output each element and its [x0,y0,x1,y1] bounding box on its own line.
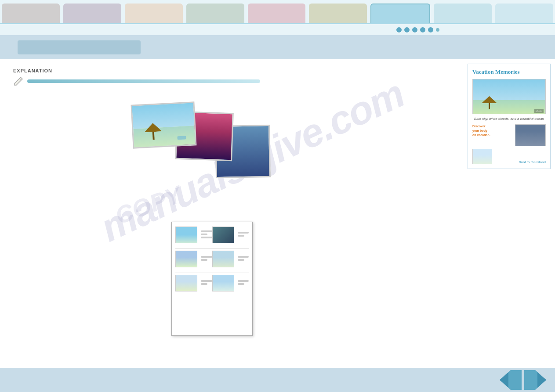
preview-boat-link[interactable]: Boat to the island [494,160,546,164]
preview-main-photo: photo [472,79,546,114]
doc-line-short [201,234,207,235]
dot-2[interactable] [404,27,410,32]
doc-line-short [238,259,244,261]
doc-row-1 [175,227,249,243]
beach-scene [132,103,196,147]
prev-arrow-icon [500,370,522,390]
photo-card-front [131,101,196,148]
tab-5[interactable] [248,4,306,23]
doc-lines-1 [201,230,212,240]
doc-thumb-3 [175,251,197,267]
nav-next-button[interactable] [524,370,546,390]
doc-line [201,256,212,258]
preview-title: Vacation Memories [472,68,546,76]
doc-lines-5 [201,280,212,286]
preview-card: Vacation Memories photo Blue sky, white … [468,64,551,169]
tab-6[interactable] [309,4,367,23]
explanation-line [27,79,260,83]
preview-boat-photo [515,124,546,146]
doc-line [201,230,212,232]
svg-marker-1 [500,372,508,388]
doc-thumb-4 [212,251,234,267]
tab-7-active[interactable] [370,4,430,23]
dot-5[interactable] [428,27,433,32]
footer [0,368,555,392]
dot-6[interactable] [436,28,439,32]
doc-lines-2 [238,232,249,238]
tab-9[interactable] [495,4,553,23]
left-content: EXPLANATION [0,59,463,368]
preview-bottom-row: Boat to the island [472,149,546,164]
doc-divider [175,248,249,249]
tab-bar [0,0,555,24]
dot-4[interactable] [420,27,425,32]
preview-main-caption: Blue sky, white clouds, and a beautiful … [472,117,546,121]
doc-line [238,256,249,258]
doc-lines-3 [201,256,212,262]
explanation-label: EXPLANATION [13,68,450,73]
doc-line [238,280,249,282]
doc-row-2 [175,251,249,267]
doc-divider-2 [175,273,249,273]
svg-marker-3 [537,372,546,388]
preview-section2: Discover your body on vacation. [472,124,546,146]
doc-lines-4 [238,256,249,262]
dot-3[interactable] [412,27,417,32]
dots-row [0,24,555,35]
doc-line-short [238,283,244,285]
doc-line [238,232,249,234]
doc-lines-6 [238,280,249,286]
preview-small-photo [472,149,492,164]
next-arrow-icon [524,370,546,390]
nav-prev-button[interactable] [500,370,522,390]
preview-text-block: Discover your body on vacation. [472,124,513,146]
doc-line-short [238,235,244,237]
doc-thumb-5 [175,275,197,291]
doc-line-short [201,283,207,285]
tab-2[interactable] [63,4,121,23]
right-panel: Vacation Memories photo Blue sky, white … [463,59,555,368]
tab-3[interactable] [125,4,183,23]
header-band [0,35,555,59]
explanation-bar [13,76,450,86]
header-content [18,40,141,54]
main-content: EXPLANATION [0,59,555,368]
doc-thumb-2 [212,227,234,243]
tab-8[interactable] [434,4,492,23]
doc-thumb-6 [212,275,234,291]
pencil-icon [13,76,24,86]
doc-line [201,237,212,238]
tab-4[interactable] [186,4,244,23]
doc-line-short [201,259,207,261]
dot-1[interactable] [396,27,402,32]
doc-line [201,280,212,282]
doc-row-3 [175,275,249,291]
tab-1[interactable] [2,4,60,23]
document-preview [171,222,253,336]
doc-thumb-1 [175,227,197,243]
